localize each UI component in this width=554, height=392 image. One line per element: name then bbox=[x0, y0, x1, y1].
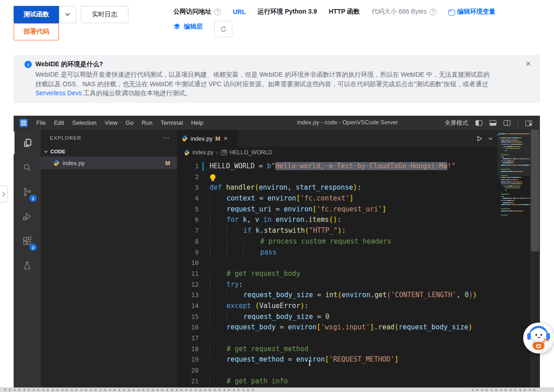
menu-file[interactable]: File bbox=[32, 119, 50, 126]
edit-layer-link[interactable]: 编辑层 bbox=[184, 23, 203, 31]
edit-env-vars-link[interactable]: 编辑环境变量 bbox=[448, 8, 495, 16]
minimap-modified-marker bbox=[497, 134, 499, 136]
vscode-window: File Edit Selection View Go Run Terminal… bbox=[14, 116, 540, 392]
line-number: 3 bbox=[177, 182, 210, 193]
line-number: 9 bbox=[177, 247, 210, 258]
file-item-indexpy[interactable]: index.py M bbox=[41, 157, 177, 169]
http-function-label: HTTP 函数 bbox=[328, 8, 359, 16]
line-number: 8 bbox=[177, 236, 210, 247]
clipped-bottom-strip bbox=[0, 387, 554, 392]
file-name: index.py bbox=[63, 160, 84, 167]
run-debug-icon[interactable] bbox=[14, 205, 41, 228]
explorer-icon[interactable] bbox=[14, 132, 41, 154]
activity-bar: 1 2 bbox=[14, 130, 41, 392]
code-line[interactable]: 1HELLO_WORLD = b"Hello·world,·a·Test·by·… bbox=[177, 161, 497, 172]
menu-help[interactable]: Help bbox=[187, 119, 207, 126]
help-icon[interactable]: ? bbox=[214, 9, 221, 15]
line-number: 18 bbox=[177, 344, 210, 355]
code-line[interactable]: 17 bbox=[177, 333, 497, 344]
extensions-icon[interactable]: 2 bbox=[14, 230, 41, 252]
code-line[interactable]: 10 bbox=[177, 258, 497, 269]
chevron-down-icon bbox=[43, 148, 49, 155]
split-editor-layout-icon[interactable] bbox=[504, 120, 510, 126]
explorer-header: EXPLORER bbox=[50, 135, 82, 141]
code-line[interactable]: 18 # get request_method bbox=[177, 344, 497, 355]
webide-info-banner: i WebIDE 的环境是什么? WebIDE 是可以帮助开发者快速进行代码测试… bbox=[14, 55, 540, 103]
code-line[interactable]: 16 request_body = environ['wsgi.input'].… bbox=[177, 322, 497, 333]
scrollbar-thumb[interactable] bbox=[531, 130, 539, 251]
lightbulb-icon[interactable] bbox=[210, 174, 216, 180]
test-function-button[interactable]: 测试函数 bbox=[14, 6, 59, 23]
refresh-button[interactable] bbox=[214, 21, 232, 37]
scm-badge: 1 bbox=[29, 195, 37, 202]
run-dropdown-icon[interactable] bbox=[487, 133, 494, 144]
code-line[interactable]: 9 pass bbox=[177, 247, 497, 258]
menu-edit[interactable]: Edit bbox=[50, 119, 68, 126]
line-number: 16 bbox=[177, 322, 210, 333]
vscode-logo-icon bbox=[20, 119, 28, 127]
code-line[interactable]: 13 request_body_size = int(environ.get('… bbox=[177, 290, 497, 301]
close-icon[interactable]: × bbox=[224, 135, 227, 142]
test-function-dropdown-button[interactable] bbox=[59, 6, 76, 23]
code-line[interactable]: 6 for k, v in environ.items(): bbox=[177, 215, 497, 225]
code-line[interactable]: 11 # get request_body bbox=[177, 269, 497, 279]
code-line[interactable]: 3def handler(environ, start_response): bbox=[177, 182, 497, 193]
code-line[interactable]: 19 request_method = environ['REQUEST_MET… bbox=[177, 354, 497, 365]
customize-layout-icon[interactable] bbox=[525, 120, 533, 126]
menu-view[interactable]: View bbox=[101, 119, 122, 126]
deploy-code-button[interactable]: 部署代码 bbox=[14, 23, 59, 40]
menu-terminal[interactable]: Terminal bbox=[157, 119, 187, 126]
code-editor[interactable]: 1HELLO_WORLD = b"Hello·world,·a·Test·by·… bbox=[177, 158, 497, 392]
window-title: index.py - code - OpenVSCode Server bbox=[297, 119, 398, 126]
chevron-down-icon bbox=[65, 13, 70, 16]
titlebar: File Edit Selection View Go Run Terminal… bbox=[14, 116, 540, 130]
testing-beaker-icon[interactable] bbox=[14, 254, 41, 277]
public-url-label: 公网访问地址 bbox=[173, 8, 211, 16]
line-number: 19 bbox=[177, 354, 210, 365]
code-line[interactable]: 5 request_uri = environ['fc.request_uri'… bbox=[177, 204, 497, 215]
code-line[interactable]: 20 bbox=[177, 365, 497, 376]
line-number: 12 bbox=[177, 279, 210, 290]
run-file-icon[interactable] bbox=[474, 133, 485, 144]
help-icon[interactable]: ? bbox=[430, 9, 436, 15]
toggle-panel-icon[interactable] bbox=[490, 120, 496, 126]
more-actions-icon[interactable]: ··· bbox=[163, 135, 170, 141]
code-line[interactable]: 8 # process custom request headers bbox=[177, 236, 497, 247]
expand-panel-button[interactable] bbox=[0, 186, 8, 202]
url-link[interactable]: URL bbox=[233, 8, 246, 15]
runtime-label: 运行环境 Python 3.9 bbox=[258, 8, 317, 16]
line-number: 11 bbox=[177, 269, 210, 279]
python-file-icon bbox=[184, 150, 190, 156]
breadcrumb-symbol[interactable]: HELLO_WORLD bbox=[230, 149, 272, 156]
symbol-icon bbox=[221, 150, 227, 155]
fullscreen-mode-button[interactable]: 全屏模式 bbox=[445, 119, 468, 127]
menu-go[interactable]: Go bbox=[122, 119, 137, 126]
python-file-icon bbox=[181, 135, 188, 142]
explorer-sidebar: EXPLORER ··· CODE index.py M bbox=[41, 130, 177, 392]
tab-indexpy[interactable]: index.py M × bbox=[177, 130, 238, 147]
code-line[interactable]: 7 if k.startswith("HTTP_"): bbox=[177, 225, 497, 236]
code-line[interactable]: 14 except (ValueError): bbox=[177, 301, 497, 312]
assistant-robot-button[interactable] bbox=[523, 323, 554, 353]
menu-selection[interactable]: Selection bbox=[68, 119, 100, 126]
close-icon[interactable]: × bbox=[525, 59, 531, 69]
code-line[interactable]: 2 bbox=[177, 172, 497, 183]
breadcrumb-file[interactable]: index.py bbox=[192, 149, 214, 156]
toggle-sidebar-icon[interactable] bbox=[476, 120, 482, 126]
menu-run[interactable]: Run bbox=[137, 119, 157, 126]
code-line[interactable]: 15 request_body_size = 0 bbox=[177, 312, 497, 323]
search-icon[interactable] bbox=[14, 156, 41, 179]
line-number: 21 bbox=[177, 376, 210, 387]
code-line[interactable]: 12 try: bbox=[177, 279, 497, 290]
divider bbox=[518, 120, 518, 126]
section-code[interactable]: CODE bbox=[41, 146, 177, 157]
source-control-icon[interactable]: 1 bbox=[14, 181, 41, 203]
code-size-label: 代码大小 686 Bytes bbox=[372, 8, 427, 16]
code-line[interactable]: 4 context = environ['fc.context'] bbox=[177, 193, 497, 204]
refresh-icon bbox=[220, 26, 227, 33]
modified-badge: M bbox=[165, 160, 170, 167]
code-line[interactable]: 21 # get path info bbox=[177, 376, 497, 387]
minimap[interactable] bbox=[497, 130, 530, 392]
realtime-logs-button[interactable]: 实时日志 bbox=[81, 6, 128, 23]
serverless-devs-link[interactable]: Serverless Devs bbox=[35, 89, 82, 97]
